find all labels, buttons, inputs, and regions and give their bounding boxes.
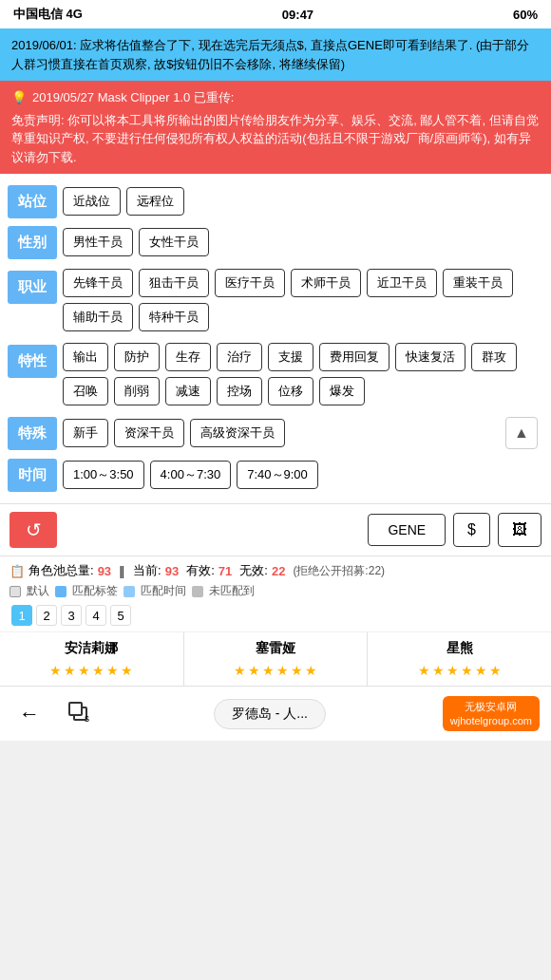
time-tags: 1:00～3:50 4:00～7:30 7:40～9:00 bbox=[63, 457, 551, 493]
star: ★ bbox=[305, 663, 317, 678]
star: ★ bbox=[446, 663, 459, 678]
default-legend-label: 默认 bbox=[27, 583, 49, 599]
tag-sniper[interactable]: 狙击干员 bbox=[139, 269, 209, 297]
tag-output[interactable]: 输出 bbox=[63, 343, 108, 371]
tag-male[interactable]: 男性干员 bbox=[63, 228, 133, 256]
tag-supporter[interactable]: 辅助干员 bbox=[63, 303, 133, 331]
tag-far[interactable]: 远程位 bbox=[126, 187, 184, 216]
stats-icon: 📋 bbox=[10, 564, 25, 578]
battery-indicator: 60% bbox=[513, 8, 538, 22]
tag-defender[interactable]: 重装干员 bbox=[443, 269, 513, 297]
tag-survival[interactable]: 生存 bbox=[165, 343, 211, 371]
star: ★ bbox=[49, 663, 62, 678]
red-banner-date: 2019/05/27 Mask Clipper 1.0 已重传: bbox=[32, 88, 234, 107]
tag-summon[interactable]: 召唤 bbox=[63, 377, 108, 405]
watermark-line2: wjhotelgroup.com bbox=[450, 714, 532, 727]
tag-vanguard[interactable]: 先锋干员 bbox=[63, 269, 133, 297]
tag-burst[interactable]: 爆发 bbox=[319, 377, 365, 405]
tag-fast-revive[interactable]: 快速复活 bbox=[395, 343, 466, 371]
current-count: 93 bbox=[165, 564, 179, 578]
image-button[interactable]: 🖼 bbox=[498, 513, 542, 547]
tag-defense[interactable]: 防护 bbox=[114, 343, 160, 371]
red-banner-text: 免责声明: 你可以将本工具将所输出的图片传给朋友作为分享、娱乐、交流, 鄙人管不… bbox=[11, 113, 539, 164]
blue-banner-text: 2019/06/01: 应求将估值整合了下, 现在选完后无须点$, 直接点GEN… bbox=[11, 38, 529, 71]
page-2[interactable]: 2 bbox=[36, 605, 57, 626]
scroll-up-button[interactable]: ▲ bbox=[505, 417, 538, 449]
page-5[interactable]: 5 bbox=[110, 605, 131, 626]
gene-button[interactable]: GENE bbox=[368, 514, 446, 546]
valid-label: 有效: bbox=[186, 562, 215, 579]
total-label: 角色池总量: bbox=[28, 562, 94, 579]
copy-button[interactable]: s bbox=[59, 696, 97, 731]
star: ★ bbox=[121, 663, 133, 678]
tag-near[interactable]: 近战位 bbox=[63, 187, 121, 216]
profession-tags: 先锋干员 狙击干员 医疗干员 术师干员 近卫干员 重装干员 辅助干员 特种干员 bbox=[63, 265, 551, 335]
char-name-0: 安洁莉娜 bbox=[6, 640, 178, 657]
char-name-2: 星熊 bbox=[373, 640, 545, 657]
star: ★ bbox=[291, 663, 303, 678]
legend-row: 默认 匹配标签 匹配时间 未匹配到 bbox=[10, 583, 542, 599]
tag-weaken[interactable]: 削弱 bbox=[114, 377, 160, 405]
page-1[interactable]: 1 bbox=[11, 605, 32, 626]
match-time-legend-label: 匹配时间 bbox=[141, 583, 186, 599]
reset-button[interactable]: ↺ bbox=[10, 512, 57, 548]
match-time-dot bbox=[124, 586, 135, 597]
tag-newbie[interactable]: 新手 bbox=[63, 419, 108, 447]
valid-count: 71 bbox=[218, 564, 232, 578]
char-name-1: 塞雷娅 bbox=[190, 640, 362, 657]
watermark-line1: 无极安卓网 bbox=[450, 700, 532, 713]
tag-control[interactable]: 控场 bbox=[217, 377, 262, 405]
star: ★ bbox=[475, 663, 487, 678]
control-bar: ↺ GENE $ 🖼 bbox=[0, 503, 551, 556]
no-match-dot bbox=[192, 586, 203, 597]
char-card-1[interactable]: 塞雷娅 ★ ★ ★ ★ ★ ★ bbox=[184, 632, 368, 686]
trait-label: 特性 bbox=[8, 345, 57, 378]
tag-time-2[interactable]: 4:00～7:30 bbox=[150, 461, 232, 489]
trait-filter-row: 特性 输出 防护 生存 治疗 支援 费用回复 快速复活 群攻 召唤 削弱 减速 … bbox=[0, 339, 551, 409]
star: ★ bbox=[234, 663, 246, 678]
star: ★ bbox=[418, 663, 430, 678]
page-4[interactable]: 4 bbox=[86, 605, 106, 626]
blue-banner: 2019/06/01: 应求将估值整合了下, 现在选完后无须点$, 直接点GEN… bbox=[0, 28, 551, 81]
dollar-button[interactable]: $ bbox=[453, 513, 490, 547]
tag-shift[interactable]: 位移 bbox=[268, 377, 314, 405]
char-card-2[interactable]: 星熊 ★ ★ ★ ★ ★ ★ bbox=[368, 632, 551, 686]
star: ★ bbox=[262, 663, 275, 678]
tag-heal[interactable]: 治疗 bbox=[217, 343, 262, 371]
tag-time-1[interactable]: 1:00～3:50 bbox=[63, 461, 144, 489]
star: ★ bbox=[248, 663, 260, 678]
tag-caster[interactable]: 术师干员 bbox=[291, 269, 361, 297]
tag-cost-recover[interactable]: 费用回复 bbox=[319, 343, 390, 371]
station-filter-row: 站位 近战位 远程位 bbox=[0, 183, 551, 220]
star: ★ bbox=[78, 663, 90, 678]
divider: ‖ bbox=[119, 564, 125, 578]
tag-guard[interactable]: 近卫干员 bbox=[367, 269, 437, 297]
red-banner: 💡 2019/05/27 Mask Clipper 1.0 已重传: 免责声明:… bbox=[0, 81, 551, 174]
tag-medic[interactable]: 医疗干员 bbox=[215, 269, 285, 297]
page-3[interactable]: 3 bbox=[61, 605, 82, 626]
tag-time-3[interactable]: 7:40～9:00 bbox=[237, 461, 318, 489]
back-button[interactable]: ← bbox=[11, 698, 48, 730]
current-label: 当前: bbox=[133, 562, 162, 579]
star: ★ bbox=[92, 663, 104, 678]
reset-icon: ↺ bbox=[26, 518, 42, 541]
tag-aoe[interactable]: 群攻 bbox=[471, 343, 517, 371]
nav-title-button[interactable]: 罗德岛 - 人... bbox=[214, 699, 326, 729]
star: ★ bbox=[489, 663, 502, 678]
char-stars-1: ★ ★ ★ ★ ★ ★ bbox=[190, 663, 362, 678]
char-stars-2: ★ ★ ★ ★ ★ ★ bbox=[373, 663, 545, 678]
bottom-nav: ← s 罗德岛 - 人... 无极安卓网 wjhotelgroup.com bbox=[0, 686, 551, 741]
tag-senior[interactable]: 资深干员 bbox=[114, 419, 184, 447]
tag-specialist[interactable]: 特种干员 bbox=[139, 303, 209, 331]
copy-subscript: s bbox=[85, 713, 89, 724]
tag-support[interactable]: 支援 bbox=[268, 343, 314, 371]
star: ★ bbox=[64, 663, 76, 678]
tag-top-senior[interactable]: 高级资深干员 bbox=[190, 419, 285, 447]
character-grid: 安洁莉娜 ★ ★ ★ ★ ★ ★ 塞雷娅 ★ ★ ★ ★ ★ ★ 星熊 ★ ★ … bbox=[0, 632, 551, 686]
profession-label: 职业 bbox=[8, 271, 57, 304]
char-card-0[interactable]: 安洁莉娜 ★ ★ ★ ★ ★ ★ bbox=[0, 632, 183, 686]
carrier-signal: 中国电信 4G bbox=[13, 6, 83, 23]
tag-slow[interactable]: 减速 bbox=[165, 377, 211, 405]
svg-rect-1 bbox=[69, 703, 82, 715]
tag-female[interactable]: 女性干员 bbox=[139, 228, 209, 256]
